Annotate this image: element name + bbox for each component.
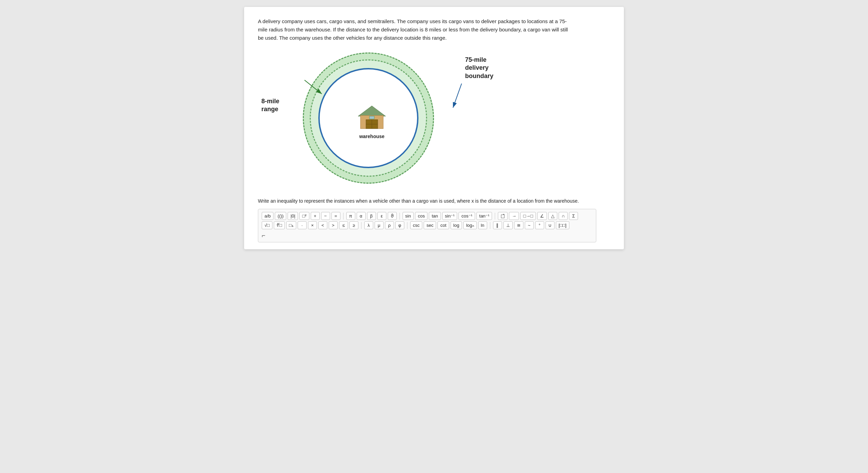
svg-marker-0 bbox=[358, 106, 386, 116]
toolbar-btn-sec[interactable]: sec bbox=[424, 221, 436, 229]
warehouse-label: warehouse bbox=[356, 134, 387, 139]
toolbar-sep bbox=[490, 222, 490, 229]
toolbar-btn-logn[interactable]: logₙ bbox=[463, 221, 476, 229]
intro-text: A delivery company uses cars, cargo vans… bbox=[258, 17, 569, 42]
warehouse-icon: warehouse bbox=[356, 104, 387, 139]
label-8mile: 8-milerange bbox=[261, 97, 296, 114]
toolbar-btn-matrix[interactable]: [□□] bbox=[556, 221, 569, 229]
toolbar-btn-leq[interactable]: ≤ bbox=[339, 221, 348, 229]
toolbar-sep bbox=[407, 222, 407, 229]
toolbar-btn-cong[interactable]: ≅ bbox=[514, 221, 523, 229]
question-text: Write an inequality to represent the ins… bbox=[258, 197, 586, 205]
toolbar-btn-tan[interactable]: tan bbox=[429, 212, 441, 220]
toolbar-btn-csc[interactable]: csc bbox=[410, 221, 423, 229]
toolbar-btn-angle[interactable]: ∠ bbox=[537, 212, 547, 220]
toolbar-btn-triangle[interactable]: △ bbox=[548, 212, 557, 220]
toolbar-btn-arctan[interactable]: tan⁻¹ bbox=[476, 212, 492, 220]
toolbar-btn-lambda[interactable]: λ bbox=[364, 221, 373, 229]
toolbar-btn-cot[interactable]: cot bbox=[437, 221, 449, 229]
toolbar-btn-root4[interactable]: ∜□ bbox=[274, 221, 285, 229]
toolbar-btn-frac[interactable]: a/b bbox=[262, 212, 273, 220]
toolbar-btn-mu[interactable]: μ bbox=[375, 221, 384, 229]
toolbar-btn-times[interactable]: × bbox=[308, 221, 317, 229]
toolbar-btn-minus[interactable]: − bbox=[321, 212, 330, 220]
toolbar-btn-paren[interactable]: (()) bbox=[275, 212, 286, 220]
toolbar-btn-beta[interactable]: β bbox=[367, 212, 376, 220]
toolbar-btn-eq[interactable]: = bbox=[331, 212, 340, 220]
toolbar-btn-plus[interactable]: + bbox=[311, 212, 320, 220]
toolbar-btn-rho[interactable]: ρ bbox=[385, 221, 394, 229]
toolbar-btn-tilde[interactable]: ~ bbox=[525, 221, 534, 229]
toolbar-btn-gt[interactable]: > bbox=[329, 221, 338, 229]
toolbar-btn-arrow2[interactable]: □→□ bbox=[520, 212, 536, 220]
toolbar-row-3: ⌐ bbox=[262, 231, 592, 239]
toolbar-sep bbox=[343, 213, 344, 220]
cursor-icon: ⌐ bbox=[262, 232, 266, 239]
toolbar-btn-intersect[interactable]: ∩ bbox=[559, 212, 568, 220]
toolbar-btn-arrow[interactable]: → bbox=[509, 212, 519, 220]
toolbar-btn-union[interactable]: ∪ bbox=[546, 221, 554, 229]
toolbar-btn-parallel[interactable]: ‖ bbox=[493, 221, 502, 229]
toolbar-btn-degree[interactable]: ° bbox=[535, 221, 544, 229]
toolbar-btn-sigma[interactable]: Σ bbox=[569, 212, 578, 220]
toolbar-btn-sq[interactable]: □² bbox=[299, 212, 309, 220]
toolbar-btn-ln[interactable]: ln bbox=[478, 221, 487, 229]
toolbar-btn-sin[interactable]: sin bbox=[403, 212, 414, 220]
toolbar-btn-cos[interactable]: cos bbox=[415, 212, 427, 220]
toolbar-btn-geq[interactable]: ≥ bbox=[349, 221, 358, 229]
toolbar-btn-sqrt[interactable]: √□ bbox=[262, 221, 272, 229]
diagram-area: 8-milerange bbox=[258, 49, 610, 187]
toolbar-btn-bar[interactable]: □̄ bbox=[498, 212, 508, 220]
toolbar-row-1: a/b(())|0|□²+−=παβεϑsincostansin⁻¹cos⁻¹t… bbox=[262, 212, 592, 220]
toolbar-btn-dot[interactable]: · bbox=[298, 221, 307, 229]
toolbar-btn-abs[interactable]: |0| bbox=[288, 212, 298, 220]
toolbar-btn-arcsin[interactable]: sin⁻¹ bbox=[442, 212, 457, 220]
toolbar-btn-lt[interactable]: < bbox=[318, 221, 327, 229]
toolbar-btn-arccos[interactable]: cos⁻¹ bbox=[459, 212, 475, 220]
toolbar-sep bbox=[399, 213, 400, 220]
toolbar-btn-phi[interactable]: φ bbox=[395, 221, 404, 229]
toolbar-btn-subscript[interactable]: □₁ bbox=[286, 221, 296, 229]
toolbar-sep bbox=[361, 222, 361, 229]
math-toolbar: a/b(())|0|□²+−=παβεϑsincostansin⁻¹cos⁻¹t… bbox=[258, 209, 596, 242]
arrow-75mile-svg bbox=[451, 80, 493, 122]
svg-line-10 bbox=[453, 84, 462, 108]
toolbar-btn-perp[interactable]: ⊥ bbox=[503, 221, 513, 229]
main-card: A delivery company uses cars, cargo vans… bbox=[244, 7, 624, 249]
label-75mile: 75-miledeliveryboundary bbox=[465, 56, 507, 80]
toolbar-sep bbox=[495, 213, 495, 220]
toolbar-row-2: √□∜□□₁·×<>≤≥λμρφcscseccotloglogₙln‖⊥≅~°∪… bbox=[262, 221, 592, 229]
toolbar-btn-epsilon[interactable]: ε bbox=[377, 212, 386, 220]
svg-rect-5 bbox=[369, 116, 374, 119]
toolbar-btn-pi[interactable]: π bbox=[346, 212, 355, 220]
toolbar-btn-alpha[interactable]: α bbox=[357, 212, 366, 220]
toolbar-btn-log[interactable]: log bbox=[451, 221, 462, 229]
toolbar-btn-theta[interactable]: ϑ bbox=[388, 212, 397, 220]
